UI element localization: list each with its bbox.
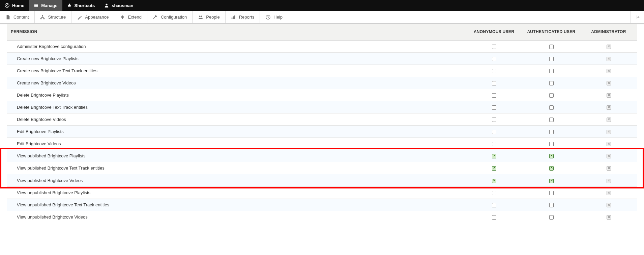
user-tab[interactable]: shausman	[99, 0, 138, 11]
checkbox-cell	[465, 126, 523, 138]
help-tab[interactable]: ? Help	[260, 11, 288, 23]
checkbox[interactable]	[492, 57, 496, 61]
table-row: View published Brightcove Videos	[7, 174, 637, 186]
checkbox-cell	[465, 174, 523, 186]
permission-label: Create new Brightcove Text Track entitie…	[7, 65, 465, 77]
checkbox-cell	[580, 211, 637, 223]
content-tab[interactable]: Content	[0, 11, 35, 23]
checkbox[interactable]	[549, 130, 554, 134]
checkbox	[607, 142, 611, 146]
th-auth: Authenticated user	[523, 24, 580, 40]
checkbox[interactable]	[549, 154, 554, 158]
checkbox[interactable]	[549, 93, 554, 98]
checkbox-cell	[523, 199, 580, 211]
configuration-label: Configuration	[161, 15, 187, 20]
checkbox-cell	[580, 199, 637, 211]
permission-label: View published Brightcove Text Track ent…	[7, 162, 465, 174]
checkbox-cell	[580, 40, 637, 52]
home-tab[interactable]: Home	[0, 0, 29, 11]
checkbox[interactable]	[492, 166, 496, 171]
checkbox	[607, 191, 611, 195]
checkbox	[607, 81, 611, 85]
shortcuts-tab[interactable]: Shortcuts	[62, 0, 100, 11]
checkbox-cell	[523, 186, 580, 199]
manage-tab[interactable]: Manage	[29, 0, 62, 11]
checkbox-cell	[580, 52, 637, 65]
table-row: Create new Brightcove Playlists	[7, 52, 637, 65]
checkbox[interactable]	[492, 191, 496, 195]
svg-text:?: ?	[267, 16, 269, 19]
checkbox-cell	[523, 52, 580, 65]
checkbox[interactable]	[492, 105, 496, 110]
svg-rect-3	[40, 18, 42, 19]
checkbox[interactable]	[549, 105, 554, 110]
reports-tab[interactable]: Reports	[226, 11, 260, 23]
checkbox[interactable]	[492, 69, 496, 73]
checkbox-cell	[465, 186, 523, 199]
appearance-tab[interactable]: Appearance	[71, 11, 114, 23]
user-icon	[104, 3, 109, 8]
table-row: View published Brightcove Playlists	[7, 150, 637, 162]
svg-rect-7	[232, 17, 233, 19]
checkbox[interactable]	[492, 81, 496, 85]
admin-toolbar: Content Structure Appearance Extend Conf…	[0, 11, 644, 24]
checkbox[interactable]	[492, 45, 496, 49]
checkbox[interactable]	[549, 142, 554, 146]
table-row: View unpublished Brightcove Videos	[7, 211, 637, 223]
checkbox[interactable]	[492, 179, 496, 183]
checkbox[interactable]	[549, 215, 554, 220]
checkbox[interactable]	[549, 203, 554, 207]
hamburger-icon	[34, 3, 38, 8]
checkbox[interactable]	[492, 154, 496, 158]
checkbox	[607, 203, 611, 207]
collapse-toolbar[interactable]	[631, 11, 644, 23]
checkbox-cell	[580, 186, 637, 199]
svg-rect-8	[233, 16, 234, 19]
people-tab[interactable]: People	[193, 11, 225, 23]
help-label: Help	[273, 15, 283, 20]
content-label: Content	[13, 15, 29, 20]
checkbox[interactable]	[549, 166, 554, 171]
checkbox-cell	[580, 101, 637, 113]
svg-point-5	[199, 16, 200, 17]
checkbox[interactable]	[492, 215, 496, 220]
svg-rect-9	[234, 15, 235, 19]
permission-label: Delete Brightcove Playlists	[7, 89, 465, 101]
th-permission: Permission	[7, 24, 465, 40]
permission-label: View published Brightcove Videos	[7, 174, 465, 186]
content-icon	[5, 15, 10, 20]
checkbox-cell	[465, 113, 523, 126]
checkbox[interactable]	[549, 118, 554, 122]
th-admin: Administrator	[580, 24, 637, 40]
structure-tab[interactable]: Structure	[35, 11, 72, 23]
checkbox[interactable]	[549, 179, 554, 183]
checkbox[interactable]	[549, 191, 554, 195]
configuration-tab[interactable]: Configuration	[147, 11, 193, 23]
permission-label: Administer Brightcove configuration	[7, 40, 465, 52]
checkbox-cell	[580, 126, 637, 138]
checkbox[interactable]	[492, 93, 496, 98]
checkbox[interactable]	[492, 142, 496, 146]
checkbox[interactable]	[549, 45, 554, 49]
checkbox[interactable]	[549, 81, 554, 85]
checkbox[interactable]	[549, 69, 554, 73]
table-row: View unpublished Brightcove Text Track e…	[7, 199, 637, 211]
permission-label: View unpublished Brightcove Playlists	[7, 186, 465, 199]
checkbox-cell	[523, 101, 580, 113]
checkbox-cell	[580, 113, 637, 126]
checkbox[interactable]	[492, 118, 496, 122]
checkbox	[607, 69, 611, 73]
table-row: View published Brightcove Text Track ent…	[7, 162, 637, 174]
checkbox-cell	[465, 199, 523, 211]
extend-tab[interactable]: Extend	[114, 11, 147, 23]
checkbox	[607, 215, 611, 220]
checkbox-cell	[465, 162, 523, 174]
checkbox[interactable]	[492, 203, 496, 207]
th-anon: Anonymous user	[465, 24, 523, 40]
checkbox	[607, 105, 611, 110]
checkbox[interactable]	[549, 57, 554, 61]
table-row: Edit Brightcove Videos	[7, 138, 637, 150]
wrench-icon	[153, 15, 158, 20]
checkbox[interactable]	[492, 130, 496, 134]
table-row: View unpublished Brightcove Playlists	[7, 186, 637, 199]
